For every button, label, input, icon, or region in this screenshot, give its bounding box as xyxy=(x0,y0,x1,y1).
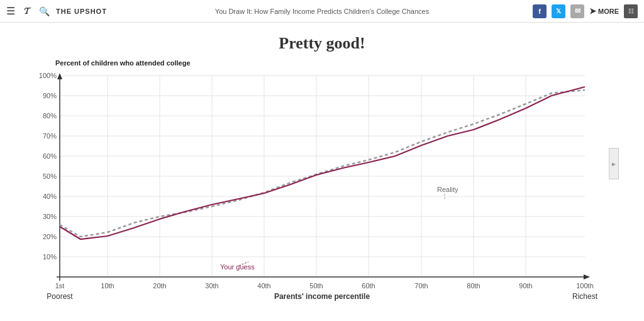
article-title: You Draw It: How Family Income Predicts … xyxy=(215,8,429,15)
svg-text:100th: 100th xyxy=(576,282,594,290)
svg-marker-20 xyxy=(57,73,62,79)
svg-text:70th: 70th xyxy=(414,282,428,290)
svg-text:50th: 50th xyxy=(309,282,323,290)
save-button[interactable]: ☷ xyxy=(624,4,638,18)
svg-text:80%: 80% xyxy=(43,112,57,120)
poorest-label: Poorest xyxy=(47,292,73,301)
svg-marker-22 xyxy=(584,274,590,279)
svg-text:30th: 30th xyxy=(205,282,218,290)
more-button[interactable]: ➤ MORE xyxy=(589,6,619,16)
hamburger-icon[interactable]: ☰ xyxy=(6,5,15,17)
svg-text:100%: 100% xyxy=(39,72,57,79)
svg-text:20%: 20% xyxy=(43,233,57,240)
svg-text:90th: 90th xyxy=(519,282,532,290)
y-axis-label: Percent of children who attended college xyxy=(55,59,619,67)
richest-label: Richest xyxy=(572,292,598,301)
header-left: ☰ 𝓣 🔍 xyxy=(6,5,50,17)
search-icon[interactable]: 🔍 xyxy=(39,6,50,16)
header-right: f 𝕏 ✉ ➤ MORE ☷ xyxy=(533,4,638,18)
svg-text:1st: 1st xyxy=(55,282,65,290)
svg-text:70%: 70% xyxy=(43,132,57,140)
facebook-button[interactable]: f xyxy=(533,4,547,18)
svg-text:10%: 10% xyxy=(43,253,57,261)
your-guess-label: Your guess xyxy=(220,263,255,271)
chart: 10% 20% 30% 40% 50% 60% 70% 80% 90% 100%… xyxy=(25,69,616,302)
nyt-logo-icon[interactable]: 𝓣 xyxy=(24,6,30,16)
header: ☰ 𝓣 🔍 THE UPSHOT You Draw It: How Family… xyxy=(0,0,644,23)
x-axis-label: Parents' income percentile xyxy=(274,292,370,301)
svg-text:40th: 40th xyxy=(257,282,270,290)
chart-wrapper: 10% 20% 30% 40% 50% 60% 70% 80% 90% 100%… xyxy=(25,69,619,302)
svg-text:60th: 60th xyxy=(362,282,375,290)
svg-text:40%: 40% xyxy=(43,193,57,200)
twitter-button[interactable]: 𝕏 xyxy=(552,4,565,18)
svg-text:90%: 90% xyxy=(43,92,57,99)
sidebar-tab[interactable]: ► xyxy=(609,148,619,179)
svg-text:50%: 50% xyxy=(43,172,57,180)
more-label: MORE xyxy=(598,8,619,15)
chart-title: Pretty good! xyxy=(25,23,619,59)
svg-text:80th: 80th xyxy=(467,282,480,290)
svg-text:30%: 30% xyxy=(43,213,57,220)
svg-text:20th: 20th xyxy=(153,282,166,290)
email-button[interactable]: ✉ xyxy=(570,4,584,18)
reality-line xyxy=(60,90,585,237)
svg-text:10th: 10th xyxy=(101,282,114,290)
section-label[interactable]: THE UPSHOT xyxy=(56,8,107,15)
svg-text:60%: 60% xyxy=(43,152,57,160)
main-content: Pretty good! Percent of children who att… xyxy=(0,23,644,302)
reality-label: Reality xyxy=(437,186,458,193)
